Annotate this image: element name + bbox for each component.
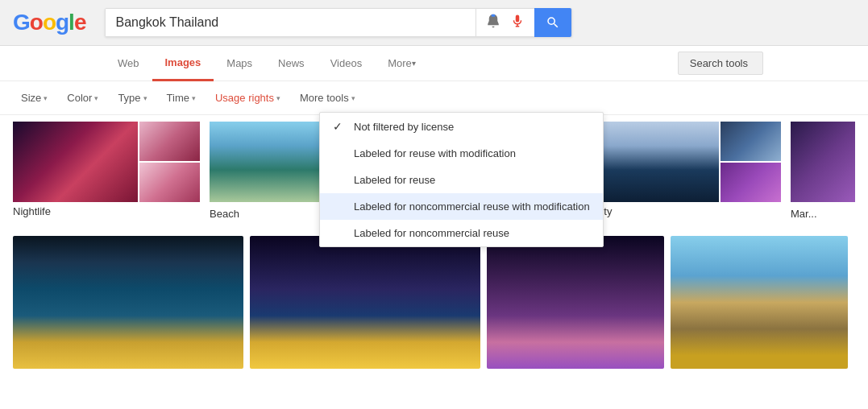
mar-image [791,122,855,202]
nav-item-maps[interactable]: Maps [214,46,265,81]
nightlife-label: Nightlife [13,202,200,221]
filter-type[interactable]: Type ▾ [110,88,155,108]
citynight3-image[interactable] [487,236,664,369]
nightlife-stack [139,122,200,202]
filter-bar: Size ▾ Color ▾ Type ▾ Time ▾ Usage right… [0,81,868,115]
dropdown-item-labeled-noncommercial-modification[interactable]: Labeled for noncommercial reuse with mod… [320,193,603,220]
image-row-2 [0,229,868,375]
logo-letter-o1: o [30,10,43,35]
nightlife-group-block[interactable]: Nightlife [13,122,200,223]
mar-label: Mar... [791,204,855,223]
dropdown-item-not-filtered[interactable]: ✓ Not filtered by license [320,113,603,140]
search-submit-button[interactable] [534,8,571,37]
city-main-image [594,122,719,202]
logo-letter-o2: o [43,10,56,35]
nav-bar: Web Images Maps News Videos More Search … [0,46,868,81]
temple-image[interactable] [671,236,848,369]
search-tools-button[interactable]: Search tools [678,52,763,75]
nightlife-top-image [139,122,200,161]
checkmark-icon: ✓ [333,120,346,133]
logo-letter-e: e [74,10,86,35]
chevron-down-icon: ▾ [276,94,280,102]
chevron-down-icon: ▾ [351,94,355,102]
logo-letter-l: l [69,10,74,35]
citynight1-image[interactable] [13,236,243,369]
nav-item-videos[interactable]: Videos [318,46,376,81]
filter-usage-rights[interactable]: Usage rights ▾ [207,88,289,108]
dropdown-item-labeled-noncommercial[interactable]: Labeled for noncommercial reuse [320,220,603,246]
chevron-down-icon: ▾ [143,94,147,102]
search-icons [476,9,534,36]
nightlife-main-image [13,122,138,202]
nightlife-images [13,122,200,202]
filter-size[interactable]: Size ▾ [13,88,56,108]
voice-search-icon[interactable] [509,12,526,33]
dropdown-item-labeled-reuse-modification[interactable]: Labeled for reuse with modification [320,140,603,167]
city-top-image [721,122,781,161]
filter-more-tools[interactable]: More tools ▾ [292,88,363,108]
dropdown-item-labeled-reuse[interactable]: Labeled for reuse [320,167,603,193]
filter-time[interactable]: Time ▾ [159,88,204,108]
svg-rect-0 [492,14,496,17]
logo-letter-g: G [13,10,30,35]
mar-group-block[interactable]: Mar... [791,122,855,223]
image-search-icon[interactable] [484,12,502,33]
search-input[interactable]: Bangkok Thailand [106,9,476,36]
chevron-down-icon: ▾ [94,94,98,102]
city-bottom-image [721,163,781,202]
filter-color[interactable]: Color ▾ [59,88,106,108]
citynight2-image[interactable] [250,236,480,369]
nav-item-web[interactable]: Web [105,46,152,81]
nightlife-bottom-image [139,163,200,202]
chevron-down-icon: ▾ [44,94,48,102]
usage-rights-dropdown: ✓ Not filtered by license Labeled for re… [319,112,604,247]
chevron-down-icon: ▾ [192,94,196,102]
header: Google Bangkok Thailand [0,0,868,46]
city-group-block[interactable]: City [594,122,781,223]
city-stack [721,122,781,202]
google-logo[interactable]: Google [13,10,85,35]
nav-item-news[interactable]: News [265,46,318,81]
nav-item-more[interactable]: More [375,46,429,81]
logo-letter-g2: g [56,10,69,35]
nav-item-images[interactable]: Images [152,46,214,81]
search-bar: Bangkok Thailand [105,8,572,37]
city-images [594,122,781,202]
city-label: City [594,202,781,221]
